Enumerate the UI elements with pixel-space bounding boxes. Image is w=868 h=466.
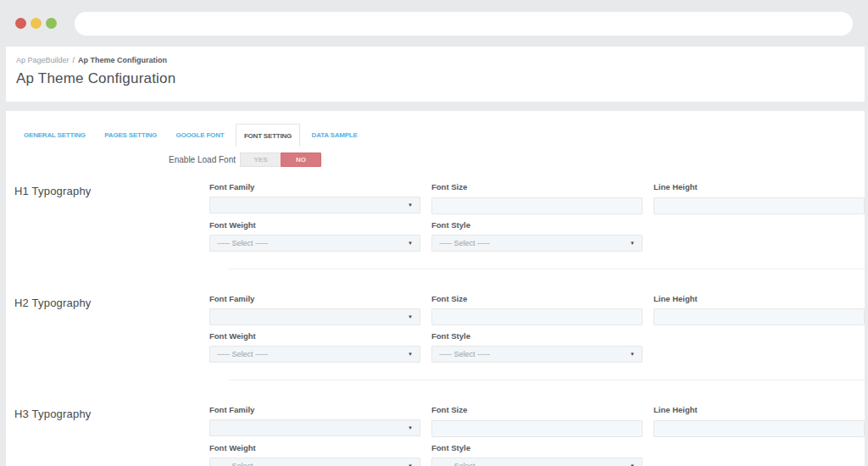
h3-font-family-field: Font Family ▼ bbox=[209, 405, 420, 437]
empty-cell bbox=[654, 331, 865, 363]
tab-data-sample[interactable]: DATA SAMPLE bbox=[304, 124, 365, 147]
h3-typography-section: H3 Typography Font Family ▼ Font Size Li… bbox=[6, 405, 865, 466]
tab-pages-setting[interactable]: PAGES SETTING bbox=[97, 124, 164, 147]
page-header: Ap PageBuilder/Ap Theme Configuration Ap… bbox=[6, 47, 865, 102]
h1-font-family-select[interactable]: ▼ bbox=[209, 197, 420, 214]
h2-font-family-select[interactable]: ▼ bbox=[209, 308, 420, 325]
h3-typography-title: H3 Typography bbox=[6, 405, 209, 466]
font-family-label: Font Family bbox=[209, 405, 420, 414]
font-weight-label: Font Weight bbox=[209, 443, 420, 452]
h2-font-style-select[interactable]: ----- Select ----- ▼ bbox=[431, 346, 643, 363]
enable-load-font-row: Enable Load Font YES NO bbox=[6, 153, 865, 167]
font-size-label: Font Size bbox=[431, 182, 643, 191]
chevron-down-icon: ▼ bbox=[630, 352, 635, 357]
breadcrumb-parent-link[interactable]: Ap PageBuilder bbox=[16, 56, 70, 64]
h3-font-family-select[interactable]: ▼ bbox=[209, 419, 420, 436]
h3-typography-fields: Font Family ▼ Font Size Line Height Font… bbox=[209, 405, 865, 466]
breadcrumb-current: Ap Theme Configuration bbox=[78, 56, 167, 64]
h2-font-family-field: Font Family ▼ bbox=[209, 294, 420, 326]
h3-line-height-field: Line Height bbox=[654, 405, 865, 437]
h2-line-height-input[interactable] bbox=[654, 308, 865, 325]
chevron-down-icon: ▼ bbox=[408, 202, 413, 208]
h1-line-height-field: Line Height bbox=[654, 182, 865, 214]
h1-font-size-input[interactable] bbox=[431, 197, 643, 214]
enable-load-font-no-button[interactable]: NO bbox=[281, 153, 321, 167]
select-value: ----- Select ----- bbox=[217, 350, 268, 358]
h1-typography-section: H1 Typography Font Family ▼ Font Size Li… bbox=[6, 182, 865, 252]
h3-font-size-input[interactable] bbox=[431, 420, 643, 437]
tab-google-font[interactable]: GOOGLE FONT bbox=[169, 124, 232, 147]
h2-typography-section: H2 Typography Font Family ▼ Font Size Li… bbox=[6, 294, 865, 363]
enable-load-font-yes-button[interactable]: YES bbox=[240, 153, 281, 167]
font-family-label: Font Family bbox=[209, 182, 420, 191]
h3-font-style-field: Font Style ----- Select ----- ▼ bbox=[431, 443, 643, 466]
section-divider bbox=[229, 380, 865, 380]
window-minimize-icon[interactable] bbox=[31, 18, 42, 29]
h1-typography-fields: Font Family ▼ Font Size Line Height Font… bbox=[209, 182, 865, 252]
chevron-down-icon: ▼ bbox=[630, 241, 635, 246]
breadcrumb-separator: / bbox=[73, 56, 75, 64]
chevron-down-icon: ▼ bbox=[408, 352, 413, 357]
page-content: Ap PageBuilder/Ap Theme Configuration Ap… bbox=[6, 47, 865, 466]
h1-typography-title: H1 Typography bbox=[6, 182, 209, 252]
tab-bar: GENERAL SETTING PAGES SETTING GOOGLE FON… bbox=[6, 111, 865, 147]
font-family-label: Font Family bbox=[209, 294, 420, 303]
select-value: ----- Select ----- bbox=[217, 239, 268, 247]
line-height-label: Line Height bbox=[654, 182, 865, 191]
window-controls bbox=[15, 18, 61, 29]
enable-load-font-label: Enable Load Font bbox=[6, 155, 236, 164]
address-bar[interactable] bbox=[75, 12, 853, 36]
tab-general-setting[interactable]: GENERAL SETTING bbox=[16, 124, 93, 147]
h1-font-style-field: Font Style ----- Select ----- ▼ bbox=[431, 220, 643, 252]
chevron-down-icon: ▼ bbox=[408, 425, 413, 430]
select-value: ----- Select ----- bbox=[217, 462, 268, 466]
font-size-label: Font Size bbox=[431, 294, 643, 303]
h1-font-family-field: Font Family ▼ bbox=[209, 182, 420, 214]
settings-panel: GENERAL SETTING PAGES SETTING GOOGLE FON… bbox=[6, 111, 865, 466]
h3-font-size-field: Font Size bbox=[431, 405, 643, 437]
select-value: ----- Select ----- bbox=[439, 462, 490, 466]
h2-font-size-field: Font Size bbox=[431, 294, 643, 326]
font-style-label: Font Style bbox=[431, 331, 643, 341]
h2-line-height-field: Line Height bbox=[654, 294, 865, 326]
enable-load-font-switch: YES NO bbox=[240, 153, 321, 167]
h3-line-height-input[interactable] bbox=[654, 420, 865, 437]
font-style-label: Font Style bbox=[431, 220, 643, 230]
chevron-down-icon: ▼ bbox=[408, 463, 413, 466]
h2-font-style-field: Font Style ----- Select ----- ▼ bbox=[431, 331, 643, 363]
h2-typography-title: H2 Typography bbox=[6, 294, 209, 363]
h2-font-size-input[interactable] bbox=[431, 308, 643, 325]
font-size-label: Font Size bbox=[431, 405, 643, 414]
h1-line-height-input[interactable] bbox=[654, 197, 865, 214]
line-height-label: Line Height bbox=[654, 294, 865, 303]
h1-font-size-field: Font Size bbox=[431, 182, 643, 214]
h1-font-weight-field: Font Weight ----- Select ----- ▼ bbox=[209, 220, 420, 252]
tab-font-setting[interactable]: FONT SETTING bbox=[236, 124, 300, 147]
h3-font-weight-field: Font Weight ----- Select ----- ▼ bbox=[209, 443, 420, 466]
breadcrumb: Ap PageBuilder/Ap Theme Configuration bbox=[16, 56, 865, 64]
window-close-icon[interactable] bbox=[15, 18, 26, 29]
font-weight-label: Font Weight bbox=[209, 220, 420, 230]
h1-font-weight-select[interactable]: ----- Select ----- ▼ bbox=[209, 235, 420, 252]
h2-font-weight-field: Font Weight ----- Select ----- ▼ bbox=[209, 331, 420, 363]
h1-font-style-select[interactable]: ----- Select ----- ▼ bbox=[431, 235, 643, 252]
h2-font-weight-select[interactable]: ----- Select ----- ▼ bbox=[209, 346, 420, 363]
page-title: Ap Theme Configuration bbox=[16, 70, 865, 87]
line-height-label: Line Height bbox=[654, 405, 865, 414]
empty-cell bbox=[654, 220, 865, 252]
empty-cell bbox=[654, 443, 865, 466]
section-divider bbox=[229, 269, 865, 269]
font-weight-label: Font Weight bbox=[209, 331, 420, 341]
browser-chrome bbox=[0, 0, 868, 47]
chevron-down-icon: ▼ bbox=[408, 241, 413, 246]
font-style-label: Font Style bbox=[431, 443, 643, 452]
h2-typography-fields: Font Family ▼ Font Size Line Height Font… bbox=[209, 294, 865, 363]
window-maximize-icon[interactable] bbox=[46, 18, 57, 29]
select-value: ----- Select ----- bbox=[439, 239, 490, 247]
chevron-down-icon: ▼ bbox=[408, 314, 413, 319]
chevron-down-icon: ▼ bbox=[630, 463, 635, 466]
h3-font-style-select[interactable]: ----- Select ----- ▼ bbox=[431, 458, 643, 466]
h3-font-weight-select[interactable]: ----- Select ----- ▼ bbox=[209, 458, 420, 466]
select-value: ----- Select ----- bbox=[439, 350, 490, 358]
